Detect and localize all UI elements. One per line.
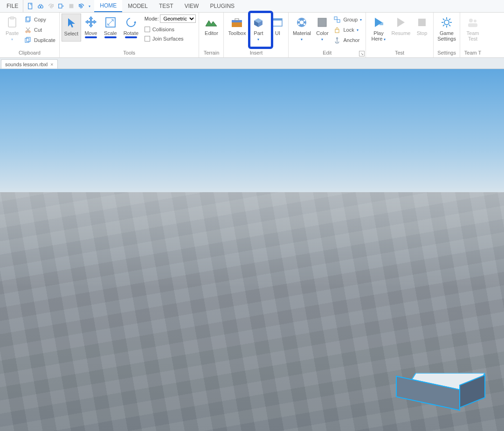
duplicate-button[interactable]: Duplicate bbox=[22, 35, 57, 45]
document-tab[interactable]: sounds lesson.rbxl × bbox=[1, 59, 58, 69]
svg-rect-36 bbox=[468, 23, 477, 27]
copy-button[interactable]: Copy bbox=[22, 14, 57, 25]
svg-point-14 bbox=[127, 18, 135, 27]
copy-label: Copy bbox=[34, 17, 46, 22]
lock-icon bbox=[333, 26, 341, 34]
group-label-insert: Insert bbox=[226, 49, 286, 57]
group-edit: Material ▾ Color ▾ Group ▾ bbox=[289, 13, 366, 57]
select-tool[interactable]: Select bbox=[62, 14, 81, 42]
chevron-down-icon: ▾ bbox=[321, 37, 323, 42]
join-surfaces-toggle[interactable]: Join Surfaces bbox=[144, 34, 197, 43]
paste-icon bbox=[5, 15, 19, 29]
file-menu[interactable]: FILE bbox=[2, 0, 23, 12]
document-tab-label: sounds lesson.rbxl bbox=[5, 62, 48, 67]
annotation-underline bbox=[104, 36, 117, 38]
paste-button[interactable]: Paste ▾ bbox=[2, 14, 22, 49]
tab-model[interactable]: MODEL bbox=[122, 0, 153, 12]
game-settings-button[interactable]: GameSettings bbox=[435, 14, 458, 49]
svg-rect-32 bbox=[418, 19, 426, 26]
anchor-icon bbox=[333, 36, 341, 44]
tab-test[interactable]: TEST bbox=[153, 0, 179, 12]
undo-dropdown-icon[interactable]: ▾ bbox=[88, 2, 91, 10]
group-label-terrain: Terrain bbox=[201, 49, 221, 57]
viewport-3d[interactable] bbox=[0, 69, 504, 431]
cut-label: Cut bbox=[34, 27, 42, 33]
undo-icon[interactable] bbox=[77, 2, 86, 10]
team-test-button[interactable]: TeamTest bbox=[462, 14, 483, 49]
duplicate-icon bbox=[24, 36, 32, 44]
checkbox-icon bbox=[145, 36, 150, 42]
menubar: FILE ▾ HOME MODEL TEST VIEW PLUGINS bbox=[0, 0, 504, 13]
copy-icon bbox=[24, 16, 32, 23]
stop-icon[interactable] bbox=[67, 2, 76, 10]
terrain-editor-button[interactable]: Editor bbox=[201, 14, 221, 49]
group-insert: Toolbox Part ▾ UI Insert bbox=[224, 13, 289, 57]
duplicate-label: Duplicate bbox=[34, 37, 55, 43]
svg-point-23 bbox=[304, 20, 305, 21]
chevron-down-icon: ▾ bbox=[257, 37, 259, 42]
tab-home[interactable]: HOME bbox=[94, 0, 122, 12]
redo-icon[interactable] bbox=[47, 2, 55, 10]
team-icon bbox=[466, 15, 480, 29]
group-settings: GameSettings Settings bbox=[434, 13, 460, 57]
cut-icon bbox=[24, 26, 32, 34]
svg-point-22 bbox=[298, 20, 300, 21]
svg-point-25 bbox=[304, 23, 305, 25]
move-icon bbox=[84, 15, 98, 29]
new-icon[interactable] bbox=[26, 2, 35, 10]
svg-rect-11 bbox=[25, 38, 29, 42]
toolbox-button[interactable]: Toolbox bbox=[226, 14, 248, 49]
group-team-test: TeamTest Team T bbox=[460, 13, 485, 57]
stop-button[interactable]: Stop bbox=[413, 14, 431, 49]
group-label-test: Test bbox=[368, 49, 431, 57]
svg-rect-0 bbox=[28, 3, 32, 9]
color-button[interactable]: Color ▾ bbox=[313, 14, 331, 49]
group-button[interactable]: Group ▾ bbox=[331, 14, 364, 25]
group-label-team: Team T bbox=[462, 49, 483, 57]
ribbon-tabstrip: HOME MODEL TEST VIEW PLUGINS bbox=[94, 0, 240, 12]
cut-button[interactable]: Cut bbox=[22, 25, 57, 35]
export-icon[interactable] bbox=[57, 2, 65, 10]
collisions-toggle[interactable]: Collisions bbox=[144, 25, 197, 34]
svg-rect-31 bbox=[380, 22, 383, 25]
ui-button[interactable]: UI bbox=[269, 14, 286, 49]
color-icon bbox=[315, 15, 329, 29]
ribbon: Paste ▾ Copy Cut bbox=[0, 13, 504, 58]
part-button[interactable]: Part ▾ bbox=[248, 14, 269, 49]
svg-point-21 bbox=[300, 21, 304, 24]
tab-plugins[interactable]: PLUGINS bbox=[204, 0, 240, 12]
rotate-tool[interactable]: Rotate bbox=[120, 14, 142, 42]
gear-icon bbox=[440, 15, 454, 29]
mode-select[interactable]: Geometric bbox=[160, 14, 196, 23]
anchor-button[interactable]: Anchor bbox=[331, 35, 364, 45]
svg-rect-28 bbox=[337, 20, 340, 22]
chevron-down-icon: ▾ bbox=[360, 18, 362, 22]
annotation-underline bbox=[85, 36, 97, 38]
selected-part[interactable] bbox=[401, 366, 485, 417]
tab-view[interactable]: VIEW bbox=[179, 0, 205, 12]
svg-rect-4 bbox=[69, 4, 74, 8]
terrain-icon bbox=[204, 15, 218, 29]
stop-square-icon bbox=[415, 15, 429, 29]
ui-icon bbox=[270, 15, 284, 29]
binoculars-icon[interactable] bbox=[36, 2, 45, 10]
move-tool[interactable]: Move bbox=[81, 14, 101, 42]
group-test: PlayHere ▾ Resume Stop Test bbox=[366, 13, 434, 57]
material-button[interactable]: Material ▾ bbox=[290, 14, 313, 49]
lock-button[interactable]: Lock ▾ bbox=[331, 25, 364, 35]
chevron-down-icon: ▾ bbox=[301, 37, 303, 42]
svg-rect-3 bbox=[59, 4, 62, 8]
part-icon bbox=[251, 15, 265, 29]
play-here-button[interactable]: PlayHere ▾ bbox=[368, 14, 389, 49]
group-label-tools: Tools bbox=[62, 49, 197, 57]
close-icon[interactable]: × bbox=[50, 62, 53, 67]
document-tabs: sounds lesson.rbxl × bbox=[0, 58, 504, 69]
quick-access: ▾ bbox=[23, 0, 94, 12]
svg-point-24 bbox=[298, 23, 300, 25]
svg-point-2 bbox=[41, 6, 43, 8]
chevron-down-icon: ▾ bbox=[11, 37, 13, 42]
resume-button[interactable]: Resume bbox=[389, 14, 413, 49]
scale-tool[interactable]: Scale bbox=[101, 14, 120, 42]
dialog-launcher-icon[interactable]: ↘ bbox=[359, 51, 365, 56]
mode-label: Mode: bbox=[145, 16, 159, 21]
